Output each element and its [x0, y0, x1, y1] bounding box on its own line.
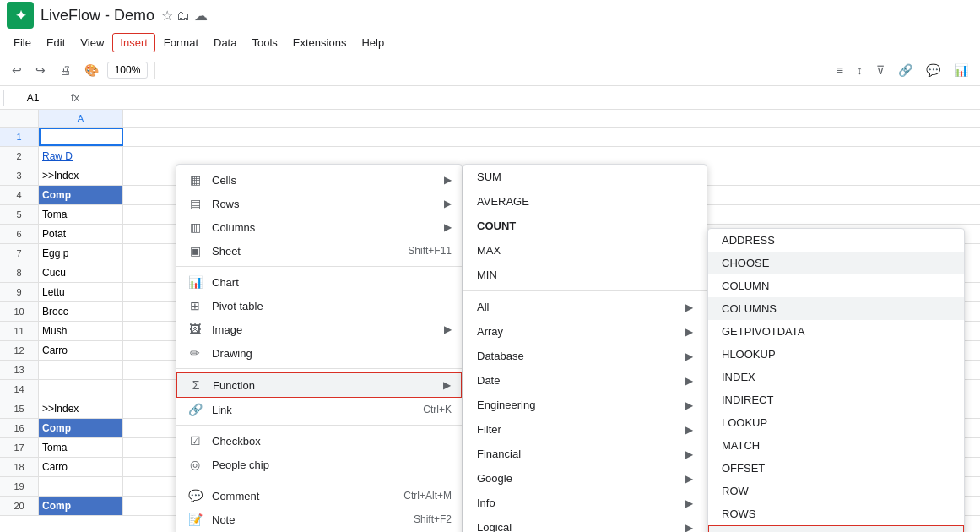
lookup-indirect[interactable]: INDIRECT — [708, 388, 964, 411]
lookup-choose[interactable]: CHOOSE — [708, 252, 964, 274]
lookup-index[interactable]: INDEX — [708, 366, 964, 388]
lookup-hlookup[interactable]: HLOOKUP — [708, 343, 964, 366]
cell-a15[interactable]: >>Index — [39, 399, 123, 418]
print-button[interactable]: 🖨 — [54, 60, 76, 80]
zoom-box[interactable]: 100% — [107, 62, 148, 79]
paint-format-button[interactable]: 🎨 — [79, 60, 104, 80]
menu-file[interactable]: File — [7, 34, 38, 52]
cell-a4[interactable]: Comp — [39, 186, 123, 204]
lookup-offset[interactable]: OFFSET — [708, 457, 964, 480]
insert-people[interactable]: ◎ People chip — [176, 453, 462, 476]
func-average[interactable]: AVERAGE — [463, 189, 707, 214]
lookup-address[interactable]: ADDRESS — [708, 229, 964, 252]
redo-button[interactable]: ↪ — [30, 60, 51, 80]
func-all[interactable]: All ▶ — [463, 295, 707, 319]
function-arrow: ▶ — [443, 379, 451, 391]
sort-button[interactable]: ↕ — [852, 60, 868, 80]
insert-comment[interactable]: 💬 Comment Ctrl+Alt+M — [176, 484, 462, 508]
func-sum[interactable]: SUM — [463, 165, 707, 189]
formula-input[interactable] — [88, 91, 977, 104]
func-engineering[interactable]: Engineering ▶ — [463, 393, 707, 417]
insert-menu[interactable]: ▦ Cells ▶ ▤ Rows ▶ ▥ Columns ▶ — [176, 164, 463, 532]
cell-a1[interactable] — [39, 128, 123, 146]
insert-rows[interactable]: ▤ Rows ▶ — [176, 192, 462, 215]
undo-button[interactable]: ↩ — [7, 60, 27, 80]
insert-link[interactable]: 🔗 Link Ctrl+K — [176, 398, 462, 421]
col-header-a[interactable]: A — [39, 110, 123, 127]
menu-tools[interactable]: Tools — [245, 34, 284, 52]
func-filter[interactable]: Filter ▶ — [463, 417, 707, 442]
cell-a10[interactable]: Brocc — [39, 302, 123, 321]
lookup-lookup[interactable]: LOOKUP — [708, 411, 964, 434]
cell-a9[interactable]: Lettu — [39, 283, 123, 301]
chart-button[interactable]: 📊 — [949, 60, 973, 80]
filter-button[interactable]: ⊽ — [871, 60, 890, 80]
cell-a8[interactable]: Cucu — [39, 263, 123, 282]
function-submenu[interactable]: SUM AVERAGE COUNT MAX MIN All ▶ — [463, 164, 707, 532]
cell-a17[interactable]: Toma — [39, 438, 123, 457]
insert-function[interactable]: Σ Function ▶ — [176, 372, 462, 398]
link-button[interactable]: 🔗 — [893, 60, 918, 80]
lookup-getpivotdata[interactable]: GETPIVOTDATA — [708, 320, 964, 343]
cell-a14[interactable] — [39, 380, 123, 399]
cells-arrow: ▶ — [444, 174, 452, 186]
sheet-shortcut: Shift+F11 — [408, 245, 452, 257]
insert-note[interactable]: 📝 Note Shift+F2 — [176, 508, 462, 531]
insert-sheet[interactable]: ▣ Sheet Shift+F11 — [176, 239, 462, 263]
lookup-columns[interactable]: COLUMNS — [708, 297, 964, 320]
func-date[interactable]: Date ▶ — [463, 368, 707, 393]
insert-drawing[interactable]: ✏ Drawing — [176, 341, 462, 365]
align-button[interactable]: ≡ — [831, 60, 848, 80]
menu-view[interactable]: View — [73, 34, 111, 52]
image-icon: 🖼 — [187, 323, 203, 336]
checkbox-icon: ☑ — [187, 434, 203, 448]
cell-a11[interactable]: Mush — [39, 322, 123, 340]
func-array[interactable]: Array ▶ — [463, 319, 707, 344]
cell-reference-input[interactable]: A1 — [3, 90, 62, 106]
cell-a3[interactable]: >>Index — [39, 166, 123, 185]
func-logical[interactable]: Logical ▶ — [463, 515, 707, 532]
lookup-match[interactable]: MATCH — [708, 434, 964, 457]
cell-a18[interactable]: Carro — [39, 458, 123, 476]
menu-format[interactable]: Format — [157, 34, 205, 52]
insert-checkbox[interactable]: ☑ Checkbox — [176, 429, 462, 453]
average-label: AVERAGE — [477, 195, 693, 208]
func-count[interactable]: COUNT — [463, 214, 707, 238]
cell-a12[interactable]: Carro — [39, 341, 123, 360]
comment-button[interactable]: 💬 — [921, 60, 945, 80]
menu-data[interactable]: Data — [207, 34, 243, 52]
func-google[interactable]: Google ▶ — [463, 466, 707, 491]
insert-columns[interactable]: ▥ Columns ▶ — [176, 215, 462, 239]
cell-a20[interactable]: Comp — [39, 497, 123, 515]
func-max[interactable]: MAX — [463, 238, 707, 263]
cell-a13[interactable] — [39, 361, 123, 379]
insert-chart[interactable]: 📊 Chart — [176, 270, 462, 294]
lookup-row[interactable]: ROW — [708, 480, 964, 502]
insert-pivot[interactable]: ⊞ Pivot table — [176, 294, 462, 318]
app-icon: ✦ — [7, 2, 34, 29]
insert-cells[interactable]: ▦ Cells ▶ — [176, 168, 462, 192]
func-database[interactable]: Database ▶ — [463, 344, 707, 368]
menu-edit[interactable]: Edit — [40, 34, 72, 52]
cell-a2[interactable]: Raw D — [39, 147, 123, 166]
cell-a16[interactable]: Comp — [39, 419, 123, 437]
lookup-column[interactable]: COLUMN — [708, 274, 964, 297]
cell-a19[interactable] — [39, 477, 123, 496]
row-num-3: 3 — [0, 166, 39, 185]
cell-a5[interactable]: Toma — [39, 205, 123, 224]
lookup-vlookup[interactable]: VLOOKUP — [708, 525, 964, 532]
lookup-rows[interactable]: ROWS — [708, 502, 964, 525]
sum-label: SUM — [477, 171, 693, 183]
people-label: People chip — [212, 459, 452, 471]
cell-a7[interactable]: Egg p — [39, 244, 123, 263]
lookup-list[interactable]: ADDRESS CHOOSE COLUMN COLUMNS GETPIVOTDA… — [707, 228, 965, 532]
func-min[interactable]: MIN — [463, 263, 707, 287]
insert-image[interactable]: 🖼 Image ▶ — [176, 318, 462, 341]
func-financial[interactable]: Financial ▶ — [463, 442, 707, 466]
menu-insert[interactable]: Insert — [112, 33, 155, 52]
cell-a6[interactable]: Potat — [39, 225, 123, 243]
columns-label: Columns — [212, 221, 441, 234]
menu-extensions[interactable]: Extensions — [286, 34, 354, 52]
menu-help[interactable]: Help — [355, 34, 391, 52]
func-info[interactable]: Info ▶ — [463, 491, 707, 515]
